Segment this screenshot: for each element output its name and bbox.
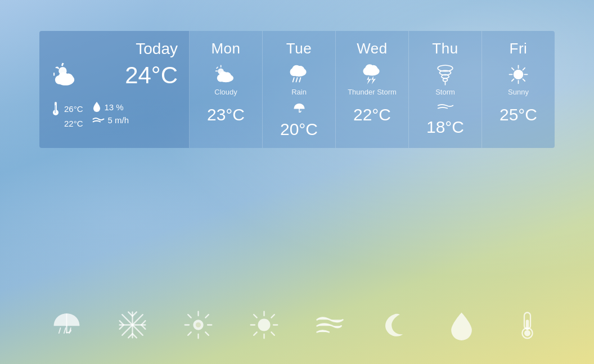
today-label: Today: [51, 40, 178, 58]
svg-rect-14: [216, 66, 219, 69]
today-details: 26°C 22°C 13 %: [51, 101, 178, 128]
bottom-sun-medium-icon: [249, 309, 280, 340]
monday-label: Mon: [211, 40, 240, 57]
svg-rect-15: [215, 70, 218, 71]
tuesday-umbrella-icon: [293, 102, 305, 114]
svg-marker-34: [371, 76, 376, 84]
monday-temperature: 23°C: [207, 105, 245, 124]
bottom-snowflake-icon: [117, 309, 148, 340]
weather-widget: Today 24°C: [39, 31, 555, 148]
bottom-umbrella-icon: [51, 309, 82, 340]
tuesday-label: Tue: [286, 40, 312, 57]
bottom-thermometer-icon: [512, 309, 543, 340]
thursday-condition: Storm: [435, 88, 455, 96]
svg-line-74: [188, 332, 191, 335]
thursday-weather-icon: [433, 63, 458, 86]
monday-panel: Mon Cloudy 23°C: [190, 31, 263, 148]
tuesday-condition: Rain: [291, 88, 307, 96]
friday-condition: Sunny: [508, 88, 529, 96]
tuesday-temperature: 20°C: [280, 120, 318, 139]
svg-line-82: [271, 332, 274, 335]
high-temp-row: 26°C: [51, 101, 83, 116]
friday-weather-icon: [506, 63, 531, 86]
svg-point-9: [58, 72, 69, 83]
wednesday-temperature: 22°C: [353, 105, 391, 124]
humidity-value: 13 %: [105, 102, 124, 112]
humidity-row: 13 %: [92, 101, 129, 113]
svg-point-40: [514, 70, 523, 79]
svg-line-52: [64, 328, 66, 333]
svg-line-46: [523, 79, 525, 81]
today-panel: Today 24°C: [39, 31, 190, 148]
low-temp-row: 22°C: [51, 119, 83, 128]
svg-line-27: [299, 78, 300, 82]
wednesday-label: Wed: [357, 40, 388, 57]
svg-rect-87: [526, 320, 529, 330]
svg-line-48: [512, 79, 514, 81]
svg-point-24: [292, 65, 301, 74]
extra-detail-col: 13 % 5 m/h: [92, 101, 129, 128]
friday-label: Fri: [510, 40, 528, 57]
bottom-moon-icon: [380, 309, 411, 340]
svg-line-47: [523, 68, 525, 70]
svg-rect-4: [53, 73, 55, 76]
friday-temperature: 25°C: [500, 105, 537, 124]
bottom-sun-bright-icon: [183, 309, 214, 340]
svg-line-26: [296, 78, 297, 82]
thermometer-icon: [51, 101, 61, 116]
svg-line-83: [271, 314, 274, 318]
wednesday-panel: Wed Thunder Storm 22°C: [336, 31, 409, 148]
svg-line-71: [188, 314, 191, 318]
temp-detail-col: 26°C 22°C: [51, 101, 83, 128]
svg-rect-13: [220, 65, 222, 68]
svg-line-51: [59, 328, 61, 333]
svg-line-73: [205, 314, 209, 318]
svg-line-84: [254, 332, 257, 335]
high-temperature: 26°C: [64, 104, 83, 114]
wednesday-condition: Thunder Storm: [348, 88, 397, 96]
today-main: 24°C: [51, 61, 178, 89]
bottom-water-drop-icon: [446, 309, 477, 340]
bottom-icons-bar: [0, 285, 594, 364]
humidity-icon: [92, 101, 101, 113]
wind-icon: [92, 116, 105, 125]
tuesday-panel: Tue Rain 20°C: [263, 31, 336, 148]
tuesday-weather-icon: [286, 63, 312, 86]
svg-line-72: [205, 332, 209, 335]
svg-rect-12: [55, 105, 56, 113]
low-temperature: 22°C: [64, 119, 83, 128]
wednesday-weather-icon: [359, 63, 385, 86]
today-weather-icon: [51, 61, 84, 89]
monday-condition: Cloudy: [214, 88, 237, 96]
svg-line-25: [293, 78, 294, 82]
monday-weather-icon: [213, 63, 238, 86]
wind-value: 5 m/h: [108, 115, 129, 125]
svg-marker-33: [367, 76, 371, 84]
svg-point-75: [196, 322, 201, 327]
svg-point-76: [258, 318, 271, 331]
thursday-wind-icon: [437, 102, 454, 112]
svg-line-81: [254, 314, 257, 318]
friday-panel: Fri Sunny 25°C: [482, 31, 555, 148]
thursday-temperature: 18°C: [426, 118, 464, 137]
wind-row: 5 m/h: [92, 115, 129, 125]
svg-point-20: [219, 71, 228, 80]
thursday-panel: Thu Storm 18°C: [409, 31, 482, 148]
svg-point-32: [365, 64, 374, 73]
bottom-wind-icon: [314, 309, 345, 340]
thursday-label: Thu: [432, 40, 458, 57]
svg-point-88: [524, 330, 530, 336]
svg-line-45: [512, 68, 514, 70]
today-temperature: 24°C: [125, 62, 178, 89]
